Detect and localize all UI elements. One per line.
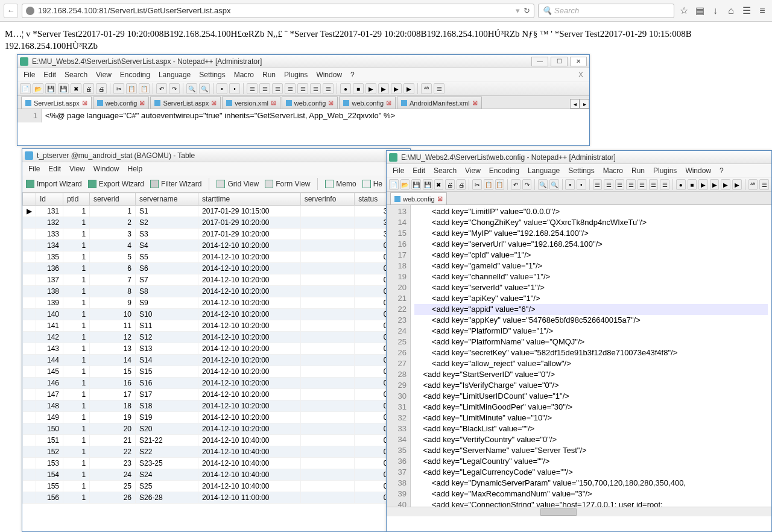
tab-webconfig[interactable]: web.config⊠ [390, 192, 447, 204]
close-button[interactable]: ✕ [570, 57, 587, 66]
table-row[interactable]: 154124S242014-12-10 10:40:000- [23, 469, 410, 481]
table-row[interactable]: 150120S202014-12-10 10:20:000- [23, 423, 410, 435]
form-view-button[interactable]: Form View [265, 180, 310, 188]
toolbar-button[interactable]: ✖ [434, 179, 444, 190]
menu-run[interactable]: Run [259, 69, 279, 80]
column-header[interactable]: serverid [90, 193, 136, 206]
menu-view[interactable]: View [461, 165, 484, 176]
chat-icon[interactable]: ☰ [741, 5, 753, 16]
window-titlebar[interactable]: E:\MU_Webs2.4\ServerList\ServerList.aspx… [17, 55, 589, 68]
toolbar-button[interactable]: ☰ [259, 83, 270, 94]
toolbar-button[interactable]: 🔍 [538, 179, 548, 190]
table-row[interactable]: 156126S26-282014-12-10 11:00:000- [23, 492, 410, 504]
tab-version[interactable]: version.xml⊠ [222, 97, 280, 109]
table-row[interactable]: 155125S252014-12-10 10:40:000- [23, 481, 410, 492]
refresh-icon[interactable]: ↻ [524, 6, 530, 15]
filter-wizard-button[interactable]: Filter Wizard [150, 180, 201, 188]
menu-help[interactable]: ? [716, 165, 727, 176]
menu-file[interactable]: File [20, 69, 39, 80]
toolbar-button[interactable]: 💾 [411, 179, 421, 190]
toolbar-button[interactable]: ☰ [297, 83, 308, 94]
table-row[interactable]: 13919S92014-12-10 10:20:000- [23, 297, 410, 309]
toolbar-button[interactable]: ☰ [247, 83, 258, 94]
menu-search[interactable]: Search [61, 69, 91, 80]
menu-window[interactable]: Window [90, 163, 123, 174]
toolbar-button[interactable]: ● [340, 83, 351, 94]
column-header[interactable]: ptid [63, 193, 90, 206]
toolbar-button[interactable]: ☰ [626, 179, 636, 190]
toolbar-button[interactable]: • [229, 83, 240, 94]
toolbar-button[interactable]: ✂ [113, 83, 124, 94]
toolbar-button[interactable]: ▶ [403, 83, 414, 94]
menu-search[interactable]: Search [430, 165, 460, 176]
toolbar-button[interactable]: • [565, 179, 575, 190]
table-row[interactable]: 13515S52014-12-10 10:20:000- [23, 252, 410, 263]
toolbar-button[interactable]: ☰ [660, 179, 669, 190]
toolbar-button[interactable]: 📋 [495, 179, 505, 190]
export-wizard-button[interactable]: Export Wizard [88, 180, 144, 188]
toolbar-button[interactable]: ☰ [593, 179, 603, 190]
table-row[interactable]: 13414S42014-12-10 10:20:000- [23, 240, 410, 252]
toolbar-button[interactable]: 💾 [58, 83, 69, 94]
toolbar-button[interactable]: ↷ [169, 83, 180, 94]
toolbar-button[interactable]: ■ [688, 179, 697, 190]
toolbar-button[interactable]: ▶ [391, 83, 402, 94]
column-header[interactable]: starttime [198, 193, 301, 206]
menu-file[interactable]: File [25, 163, 43, 174]
toolbar-button[interactable]: ☰ [649, 179, 659, 190]
toolbar-button[interactable]: ᴬᴮ [748, 179, 758, 190]
table-row[interactable]: 147117S172014-12-10 10:20:000- [23, 389, 410, 401]
menu-file[interactable]: File [389, 165, 408, 176]
toolbar-button[interactable]: ☰ [759, 179, 769, 190]
tab-webconfig-1[interactable]: web.config⊠ [93, 97, 150, 109]
toolbar-button[interactable]: 🖨 [457, 179, 466, 190]
maximize-button[interactable]: ☐ [551, 57, 568, 66]
menu-edit[interactable]: Edit [40, 69, 60, 80]
toolbar-button[interactable]: • [577, 179, 586, 190]
memo-button[interactable]: Memo [325, 180, 356, 188]
toolbar-button[interactable]: 📋 [139, 83, 150, 94]
toolbar-button[interactable]: 🔍 [199, 83, 210, 94]
toolbar-button[interactable]: ● [676, 179, 686, 190]
toolbar-button[interactable]: ■ [353, 83, 364, 94]
menu-help[interactable]: Help [124, 163, 147, 174]
toolbar-button[interactable]: ☰ [272, 83, 283, 94]
grid-view-button[interactable]: Grid View [217, 180, 259, 188]
menu-help[interactable]: ? [347, 69, 358, 80]
menu-macro[interactable]: Macro [600, 165, 627, 176]
menu-edit[interactable]: Edit [409, 165, 429, 176]
menu-encoding[interactable]: Encoding [486, 165, 523, 176]
column-header[interactable]: servername [136, 193, 198, 206]
table-row[interactable]: 140110S102014-12-10 10:20:000- [23, 309, 410, 320]
table-row[interactable]: 148118S182014-12-10 10:20:000- [23, 401, 410, 412]
menu-edit[interactable]: Edit [45, 163, 65, 174]
toolbar-button[interactable]: ☰ [615, 179, 625, 190]
menu-macro[interactable]: Macro [230, 69, 258, 80]
toolbar-button[interactable]: ↶ [511, 179, 520, 190]
toolbar-button[interactable]: ▶ [710, 179, 720, 190]
downloads-icon[interactable]: ↓ [709, 5, 721, 16]
toolbar-button[interactable]: 📋 [126, 83, 137, 94]
table-row[interactable]: 144114S142014-12-10 10:20:000- [23, 355, 410, 366]
toolbar-button[interactable]: 💾 [45, 83, 56, 94]
toolbar-button[interactable]: ☰ [638, 179, 647, 190]
horizontal-scrollbar[interactable] [387, 507, 771, 516]
tab-android-manifest[interactable]: AndroidManifest.xml⊠ [397, 97, 482, 109]
column-header[interactable]: Id [36, 193, 63, 206]
table-row[interactable]: 141111S112014-12-10 10:20:000- [23, 320, 410, 332]
toolbar-button[interactable]: 📋 [484, 179, 493, 190]
menu-view[interactable]: View [66, 163, 89, 174]
table-row[interactable]: 153123S23-252014-12-10 10:40:000- [23, 458, 410, 469]
toolbar-button[interactable]: 🔍 [549, 179, 559, 190]
toolbar-button[interactable]: ☰ [604, 179, 613, 190]
table-row[interactable]: 13616S62014-12-10 10:20:000- [23, 263, 410, 274]
toolbar-button[interactable]: ☰ [323, 83, 334, 94]
tab-scroll-left[interactable]: ◂ [570, 99, 580, 109]
code-editor[interactable]: 1 <%@ page language="C#" autoeventwireup… [17, 109, 589, 122]
table-row[interactable]: 152122S222014-12-10 10:40:000- [23, 446, 410, 458]
tab-scroll-right[interactable]: ▸ [580, 99, 589, 109]
toolbar-button[interactable]: ▶ [378, 83, 389, 94]
toolbar-button[interactable]: 📄 [389, 179, 399, 190]
tab-webconfig-2[interactable]: web.config⊠ [282, 97, 338, 109]
menu-view[interactable]: View [92, 69, 115, 80]
